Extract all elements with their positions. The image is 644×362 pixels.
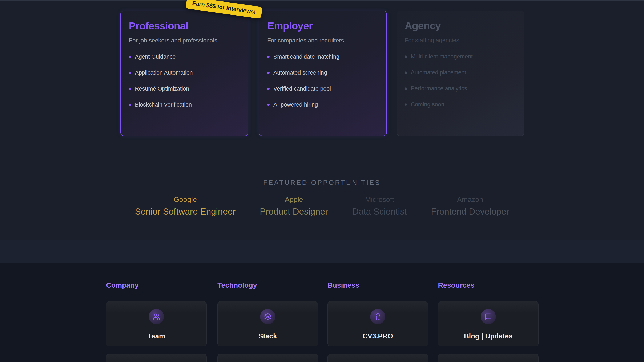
plan-feature-label: Smart candidate matching (274, 54, 340, 60)
plan-description: For companies and recruiters (267, 37, 378, 44)
footer-column-heading: Technology (218, 281, 257, 289)
plan-feature-label: Automated placement (411, 69, 466, 76)
plan-feature: Agent Guidance (129, 54, 240, 60)
footer-column-heading: Resources (438, 281, 474, 289)
plan-feature-label: Automated screening (274, 70, 327, 76)
footer-link-card-team[interactable]: Team (106, 301, 207, 347)
layers-icon (264, 313, 271, 320)
plan-feature-label: Performance analytics (411, 85, 467, 92)
plan-feature: Verified candidate pool (267, 86, 378, 92)
icon-badge (370, 309, 385, 324)
bullet-dot-icon (405, 87, 407, 90)
bullet-dot-icon (129, 104, 131, 106)
job-title: Product Designer (260, 206, 328, 217)
plan-feature-label: Verified candidate pool (274, 86, 331, 92)
job-company: Google (135, 195, 236, 203)
users-icon (153, 313, 160, 320)
job-title: Data Scientist (352, 206, 407, 217)
plan-feature-label: Coming soon... (411, 101, 449, 108)
plan-card-professional[interactable]: Professional For job seekers and profess… (120, 11, 248, 136)
plan-title: Employer (267, 20, 378, 32)
plan-feature: AI-powered hiring (267, 101, 378, 108)
footer-column-heading: Company (106, 281, 139, 289)
footer-link-card-partial[interactable] (218, 354, 318, 362)
footer-link-card-partial[interactable] (106, 354, 207, 362)
bullet-dot-icon (267, 56, 270, 58)
footer-link-card-stack[interactable]: Stack (218, 301, 318, 347)
footer-card-label: Team (106, 332, 206, 340)
plan-feature: Application Automation (129, 70, 240, 76)
section-spacer-band (0, 240, 644, 263)
icon-badge (481, 309, 496, 324)
job-company: Microsoft (352, 195, 407, 203)
plan-feature: Smart candidate matching (267, 54, 378, 60)
icon-badge (149, 309, 164, 324)
plan-description: For staffing agencies (405, 37, 516, 44)
footer-card-label: Blog | Updates (438, 332, 538, 340)
footer-column-heading: Business (328, 281, 359, 289)
bullet-dot-icon (129, 88, 131, 90)
plan-card-employer[interactable]: Employer For companies and recruiters Sm… (259, 11, 387, 136)
plan-title: Professional (129, 20, 240, 32)
bullet-dot-icon (267, 88, 270, 90)
plan-feature-label: Blockchain Verification (135, 101, 192, 108)
plan-feature: Automated screening (267, 70, 378, 76)
plan-card-agency-disabled: Agency For staffing agencies Multi-clien… (396, 11, 524, 136)
site-footer: Company Team Technology Stack (0, 263, 644, 362)
plan-feature: Blockchain Verification (129, 101, 240, 108)
job-title: Senior Software Engineer (135, 206, 236, 217)
plans-section: Professional For job seekers and profess… (0, 0, 644, 157)
footer-link-card-cv3pro[interactable]: CV3.PRO (328, 301, 428, 347)
plan-feature-list: Agent Guidance Application Automation Ré… (129, 54, 240, 108)
plan-feature-label: Multi-client management (411, 53, 473, 60)
bullet-dot-icon (267, 72, 270, 74)
plan-feature-list: Smart candidate matching Automated scree… (267, 54, 378, 108)
footer-link-card-partial[interactable] (328, 354, 428, 362)
featured-job-item[interactable]: Amazon Frontend Developer (431, 195, 509, 217)
bullet-dot-icon (405, 55, 407, 58)
featured-job-item[interactable]: Google Senior Software Engineer (135, 195, 236, 217)
footer-card-label: CV3.PRO (328, 332, 428, 340)
bullet-dot-icon (267, 104, 270, 106)
message-icon (485, 313, 492, 320)
plan-feature-label: Résumé Optimization (135, 86, 189, 92)
plan-feature-label: AI-powered hiring (274, 101, 318, 108)
plan-feature-list: Multi-client management Automated placem… (405, 53, 516, 108)
plan-description: For job seekers and professionals (129, 37, 240, 44)
footer-link-card-blog-updates[interactable]: Blog | Updates (438, 301, 538, 347)
plan-feature-label: Agent Guidance (135, 54, 176, 60)
footer-link-card-partial[interactable] (438, 354, 538, 362)
featured-jobs-ticker: Google Senior Software Engineer Apple Pr… (0, 195, 644, 217)
featured-job-item[interactable]: Apple Product Designer (260, 195, 328, 217)
plan-feature: Coming soon... (405, 101, 516, 108)
icon-badge (260, 309, 275, 324)
job-title: Frontend Developer (431, 206, 509, 217)
award-icon (374, 313, 381, 320)
plan-feature: Résumé Optimization (129, 86, 240, 92)
featured-opportunities-section: FEATURED OPPORTUNITIES Google Senior Sof… (0, 157, 644, 240)
bullet-dot-icon (129, 56, 131, 58)
bullet-dot-icon (129, 72, 131, 74)
plan-feature: Multi-client management (405, 53, 516, 60)
plan-title: Agency (405, 20, 516, 31)
footer-card-label: Stack (218, 332, 318, 340)
bullet-dot-icon (405, 103, 407, 106)
job-company: Apple (260, 195, 328, 203)
featured-job-item[interactable]: Microsoft Data Scientist (352, 195, 407, 217)
plan-feature-label: Application Automation (135, 70, 193, 76)
job-company: Amazon (431, 195, 509, 203)
landing-page: Professional For job seekers and profess… (0, 0, 644, 362)
plan-feature: Performance analytics (405, 85, 516, 92)
bullet-dot-icon (405, 71, 407, 74)
featured-heading: FEATURED OPPORTUNITIES (0, 179, 644, 186)
plan-feature: Automated placement (405, 69, 516, 76)
